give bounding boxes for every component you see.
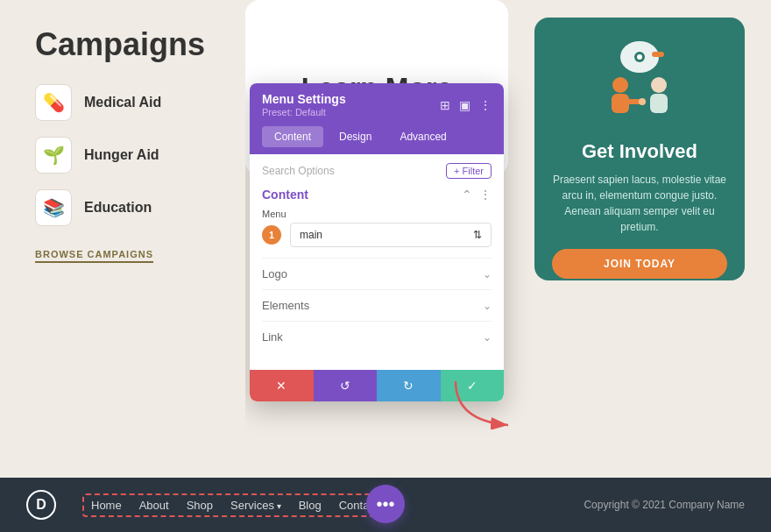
elements-chevron-icon: ⌄: [483, 300, 492, 312]
menu-field-label: Menu: [262, 209, 492, 219]
nav-services[interactable]: Services: [230, 499, 281, 512]
nav-about[interactable]: About: [139, 499, 169, 512]
footer-nav-wrapper: Home About Shop Services Blog Contact: [82, 493, 387, 517]
link-chevron-icon: ⌄: [483, 331, 492, 344]
footer-logo[interactable]: D: [26, 490, 56, 520]
section-actions: ⌃ ⋮: [462, 188, 492, 202]
logo-label: Logo: [262, 267, 287, 280]
footer-copyright: Copyright © 2021 Company Name: [584, 499, 745, 511]
panel-header: Menu Settings Preset: Default ⊞ ▣ ⋮: [250, 83, 504, 126]
card-title: Get Involved: [552, 140, 727, 163]
hunger-aid-icon: 🌱: [35, 137, 72, 174]
undo-button[interactable]: ↺: [314, 370, 378, 401]
nav-home[interactable]: Home: [91, 499, 122, 512]
panel-body: Search Options + Filter Content ⌃ ⋮ Menu…: [250, 154, 504, 361]
content-section-title: Content: [262, 188, 308, 202]
join-today-button[interactable]: JOIN TODAY: [552, 249, 727, 279]
menu-select-value: main: [300, 229, 322, 241]
fullscreen-icon[interactable]: ⊞: [440, 98, 450, 112]
more-icon[interactable]: ⋮: [479, 98, 492, 112]
split-icon[interactable]: ▣: [459, 98, 470, 112]
elements-section[interactable]: Elements ⌄: [262, 289, 492, 321]
nav-blog[interactable]: Blog: [299, 499, 322, 512]
collapse-icon[interactable]: ⌃: [462, 188, 472, 202]
education-label: Education: [84, 200, 152, 216]
campaign-item-medical[interactable]: 💊 Medical Aid: [35, 84, 210, 121]
hunger-aid-label: Hunger Aid: [84, 147, 159, 163]
svg-point-2: [637, 54, 642, 60]
svg-rect-5: [612, 94, 629, 113]
tab-advanced[interactable]: Advanced: [387, 126, 458, 147]
card-text: Praesent sapien lacus, molestie vitae ar…: [552, 172, 727, 235]
logo-chevron-icon: ⌄: [483, 268, 492, 280]
illustration-svg: [587, 39, 692, 127]
get-involved-card: Get Involved Praesent sapien lacus, mole…: [534, 18, 745, 280]
svg-point-9: [639, 98, 646, 105]
education-icon: 📚: [35, 189, 72, 226]
nav-shop[interactable]: Shop: [187, 499, 213, 512]
footer-nav: Home About Shop Services Blog Contact: [91, 499, 378, 512]
arrow-indicator: [447, 377, 517, 433]
panel-tabs: Content Design Advanced: [250, 126, 504, 154]
card-illustration: [552, 35, 727, 131]
link-section[interactable]: Link ⌄: [262, 321, 492, 352]
menu-settings-panel: Menu Settings Preset: Default ⊞ ▣ ⋮ Cont…: [250, 83, 504, 401]
floating-action-button[interactable]: •••: [366, 485, 405, 523]
svg-point-4: [612, 77, 628, 93]
tab-design[interactable]: Design: [327, 126, 384, 147]
panel-header-actions: ⊞ ▣ ⋮: [440, 98, 492, 112]
menu-select[interactable]: main ⇅: [290, 223, 492, 247]
content-section-header: Content ⌃ ⋮: [262, 188, 492, 202]
elements-label: Elements: [262, 299, 309, 312]
browse-campaigns-link[interactable]: BROWSE CAMPAIGNS: [35, 249, 153, 263]
menu-select-arrow: ⇅: [473, 229, 482, 241]
menu-field-row: 1 main ⇅: [262, 223, 492, 247]
filter-button[interactable]: + Filter: [446, 163, 492, 179]
section-more-icon[interactable]: ⋮: [479, 188, 492, 202]
tab-content[interactable]: Content: [262, 126, 323, 147]
content-area: Learn More: [245, 0, 771, 478]
close-button[interactable]: ✕: [250, 370, 314, 401]
panel-preset: Preset: Default: [262, 107, 346, 117]
svg-point-7: [651, 77, 667, 93]
medical-aid-icon: 💊: [35, 84, 72, 121]
logo-section[interactable]: Logo ⌄: [262, 258, 492, 289]
search-row: Search Options + Filter: [262, 163, 492, 179]
svg-rect-3: [652, 52, 664, 57]
campaign-item-education[interactable]: 📚 Education: [35, 189, 210, 226]
campaign-item-hunger[interactable]: 🌱 Hunger Aid: [35, 137, 210, 174]
page-title: Campaigns: [35, 26, 210, 63]
link-label: Link: [262, 330, 283, 344]
search-placeholder: Search Options: [262, 165, 335, 177]
panel-title: Menu Settings: [262, 92, 346, 106]
svg-rect-8: [650, 94, 668, 113]
sidebar: Campaigns 💊 Medical Aid 🌱 Hunger Aid 📚 E…: [0, 0, 245, 478]
step-badge: 1: [262, 225, 281, 245]
floating-btn-icon: •••: [376, 494, 394, 514]
redo-button[interactable]: ↻: [377, 370, 441, 401]
medical-aid-label: Medical Aid: [84, 95, 161, 110]
